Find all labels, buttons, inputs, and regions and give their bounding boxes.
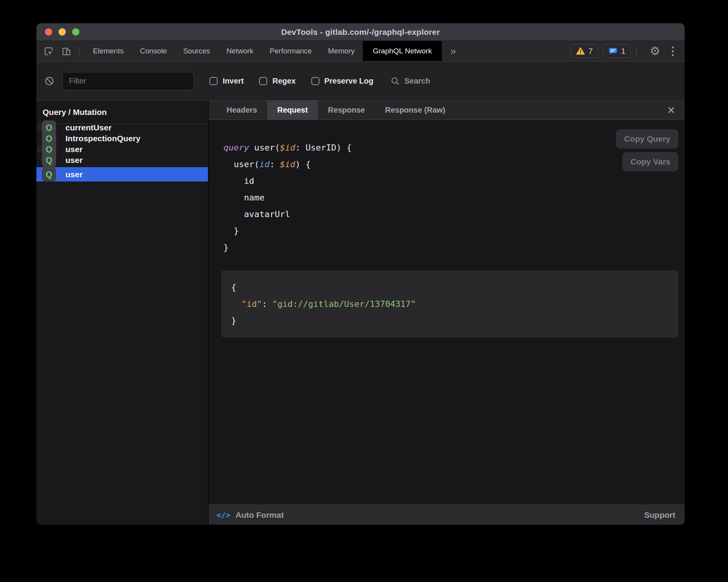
list-item-label: currentUser [65,123,112,132]
query-type-badge: Q [42,153,56,167]
tab-response[interactable]: Response [318,101,375,120]
tab-headers[interactable]: Headers [216,101,267,120]
title-bar: DevTools - gitlab.com/-/graphql-explorer [36,23,685,41]
detail-footer: </> Auto Format Support [209,505,685,525]
warnings-count: 7 [589,47,593,56]
query-list: QcurrentUserQIntrospectionQueryQuserQuse… [36,124,208,181]
query-list-panel: Query / Mutation QcurrentUserQIntrospect… [36,101,209,525]
list-item[interactable]: QcurrentUser [36,124,44,131]
copy-vars-button[interactable]: Copy Vars [622,152,678,171]
tab-performance[interactable]: Performance [261,41,320,61]
variables-box: { "id": "gid://gitlab/User/13704317"} [221,270,678,337]
support-link[interactable]: Support [644,510,677,520]
warnings-badge[interactable]: 7 [570,44,598,58]
inspect-element-icon[interactable] [43,45,54,57]
query-type-badge: Q [42,167,56,181]
tab-elements[interactable]: Elements [85,41,132,61]
close-window-button[interactable] [45,28,52,36]
issues-count: 1 [621,47,625,56]
list-item-label: user [65,156,82,165]
code-brackets-icon: </> [216,510,230,520]
panel-tabs: ElementsConsoleSourcesNetworkPerformance… [85,41,363,61]
more-options-icon[interactable] [668,46,678,56]
request-content: Copy Query Copy Vars query user($id: Use… [209,120,685,505]
regex-checkbox-group[interactable]: Regex [259,77,295,86]
toolbar-right-cluster: 7 1 ⚙ [570,44,685,58]
tab-graphql-network[interactable]: GraphQL Network [363,41,442,61]
filter-input[interactable] [62,72,194,90]
search-icon [390,76,400,86]
copy-query-button[interactable]: Copy Query [616,129,678,149]
variables-json: { "id": "gid://gitlab/User/13704317"} [231,279,671,329]
preserve-log-checkbox [311,77,319,85]
tab-sources[interactable]: Sources [175,41,218,61]
message-icon [608,46,618,56]
warning-icon [576,46,585,56]
preserve-log-checkbox-group[interactable]: Preserve Log [311,77,374,86]
toolbar-divider [79,46,79,56]
list-item[interactable]: Quser [36,146,44,153]
issues-badge[interactable]: 1 [603,44,631,58]
close-detail-icon[interactable]: ✕ [667,105,675,115]
settings-gear-icon[interactable]: ⚙ [647,45,663,57]
list-item-label: user [65,145,82,154]
list-item[interactable]: QIntrospectionQuery [36,131,208,146]
block-filter-icon[interactable] [44,76,55,86]
invert-checkbox-group[interactable]: Invert [209,77,244,86]
query-list-header: Query / Mutation [36,101,208,124]
preserve-log-label: Preserve Log [325,77,374,86]
tab-request[interactable]: Request [267,101,318,120]
copy-buttons: Copy Query Copy Vars [616,129,678,171]
tab-console[interactable]: Console [132,41,175,61]
list-item-label: IntrospectionQuery [65,134,141,143]
toolbar-divider [636,46,637,56]
regex-label: Regex [272,77,295,86]
more-tabs-chevron-icon[interactable]: » [450,45,456,57]
graphql-query-code: query user($id: UserID) { user(id: $id) … [223,139,685,256]
regex-checkbox [259,77,267,85]
window-title: DevTools - gitlab.com/-/graphql-explorer [281,27,440,37]
list-item[interactable]: Quser [36,167,208,181]
request-detail-panel: HeadersRequestResponseResponse (Raw) ✕ C… [209,101,685,525]
search-label: Search [404,77,430,86]
traffic-lights [45,23,79,41]
invert-checkbox [209,77,218,85]
zoom-window-button[interactable] [72,28,79,36]
detail-tab-bar: HeadersRequestResponseResponse (Raw) ✕ [209,101,685,120]
main-area: Query / Mutation QcurrentUserQIntrospect… [36,101,685,525]
devtools-toolbar: ElementsConsoleSourcesNetworkPerformance… [36,41,685,62]
list-item[interactable]: Quser [36,153,208,167]
devtools-window: DevTools - gitlab.com/-/graphql-explorer… [36,23,685,525]
filter-bar: Invert Regex Preserve Log Search [36,62,685,101]
minimize-window-button[interactable] [58,28,66,36]
auto-format-button[interactable]: Auto Format [235,510,284,520]
tab-response-raw[interactable]: Response (Raw) [375,101,455,120]
tab-memory[interactable]: Memory [320,41,363,61]
tab-network[interactable]: Network [218,41,262,61]
search-control[interactable]: Search [390,76,430,86]
list-item-label: user [65,170,82,179]
invert-label: Invert [223,77,244,86]
device-toolbar-icon[interactable] [60,45,72,57]
